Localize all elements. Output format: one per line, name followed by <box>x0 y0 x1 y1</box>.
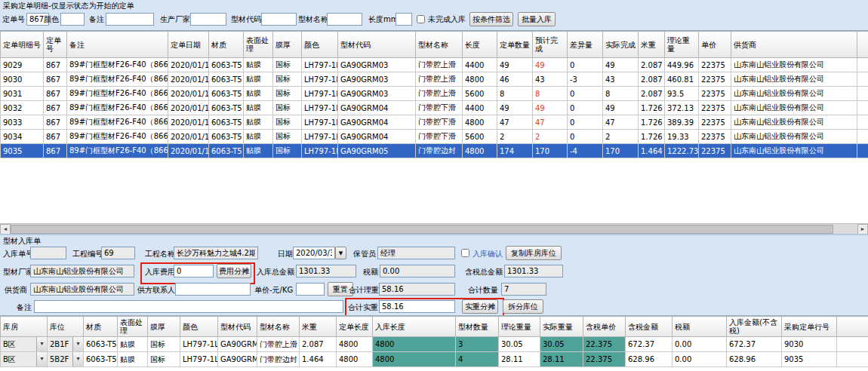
cell[interactable]: 9030 <box>782 337 837 352</box>
cell[interactable]: 贴膜 <box>244 87 273 101</box>
inbound-confirm-checkbox[interactable] <box>461 249 469 257</box>
column-header[interactable] <box>837 317 868 337</box>
batch-inbound-button[interactable]: 批量入库 <box>518 12 556 26</box>
cell[interactable]: 4800 <box>373 337 456 352</box>
column-header[interactable]: 定单长度 <box>337 317 373 337</box>
cell[interactable]: GA90GRM03 <box>338 87 416 101</box>
cell[interactable]: 49 <box>533 58 568 72</box>
cell[interactable]: 8 <box>497 87 533 101</box>
cell[interactable]: 山东南山铝业股份有限公司 <box>731 144 857 158</box>
cell[interactable]: LH797-1LL0 <box>302 115 338 130</box>
color-input[interactable] <box>60 13 85 26</box>
dropdown-arrow-icon[interactable]: ▾ <box>36 337 47 351</box>
cell[interactable]: 22.375 <box>583 352 626 367</box>
cell[interactable]: 6063-T5 <box>209 72 244 87</box>
cell[interactable]: 2 <box>603 130 639 144</box>
column-header[interactable]: 入库金额(不含税) <box>727 317 782 337</box>
cell[interactable]: LH797-1LL0 <box>180 352 218 367</box>
cell[interactable]: 0.00 <box>673 337 727 352</box>
cell[interactable]: 22.375 <box>583 337 626 352</box>
cell[interactable]: 贴膜 <box>244 144 273 158</box>
cell[interactable]: 贴膜 <box>244 130 273 144</box>
column-header[interactable]: 入库长度 <box>373 317 456 337</box>
column-header[interactable]: 实际重量 <box>540 317 583 337</box>
supplier-field[interactable] <box>30 283 134 296</box>
cell[interactable]: 0 <box>568 87 603 101</box>
cell[interactable]: 1.726 <box>639 115 665 130</box>
cell[interactable]: 国标 <box>273 87 302 101</box>
cell[interactable] <box>857 130 868 144</box>
cell[interactable]: 山东南山铝业股份有限公司 <box>731 130 857 144</box>
cell[interactable]: 9032 <box>1 101 44 115</box>
cell[interactable]: 28.11 <box>499 352 540 367</box>
cell[interactable]: 山东南山铝业股份有限公司 <box>731 72 857 87</box>
cell[interactable]: 6063-T5 <box>209 87 244 101</box>
table-row[interactable]: 903586789#门框型材F26-F40（866+867）2020/01/13… <box>1 144 868 158</box>
cell[interactable]: 0 <box>568 58 603 72</box>
cell[interactable]: 贴膜 <box>244 101 273 115</box>
cell[interactable]: 9035 <box>1 144 44 158</box>
cell[interactable]: 30.05 <box>540 337 583 352</box>
cell[interactable]: 6063-T5 <box>209 58 244 72</box>
cell[interactable]: 2.087 <box>639 58 665 72</box>
column-header[interactable]: 定单日期 <box>168 32 209 58</box>
cell[interactable]: 22375 <box>699 144 731 158</box>
cell[interactable]: LH797-1LL0 <box>302 87 338 101</box>
column-header[interactable]: 差异量 <box>568 32 603 58</box>
table-row[interactable]: 903186789#门框型材F26-F40（866+867）2020/01/13… <box>1 87 868 101</box>
tax-field[interactable] <box>380 265 455 277</box>
cell[interactable]: 9035 <box>782 352 837 367</box>
cell[interactable]: 8 <box>533 87 568 101</box>
cell[interactable]: 0 <box>568 101 603 115</box>
cell[interactable]: GA90GRM03 <box>338 58 416 72</box>
cell[interactable]: 4800 <box>373 352 456 367</box>
cell[interactable]: B区▾ <box>1 337 48 352</box>
cell[interactable]: 国标 <box>273 115 302 130</box>
total-theory-weight-field[interactable] <box>379 283 455 296</box>
cell[interactable]: 2020/01/13 <box>168 130 209 144</box>
cell[interactable]: 4800 <box>463 115 497 130</box>
table-row[interactable]: 903086789#门框型材F26-F40（866+867）2020/01/13… <box>1 72 868 87</box>
column-header[interactable]: 表面处理 <box>244 32 273 58</box>
cell[interactable]: 1222.73 <box>665 144 699 158</box>
cell[interactable]: 49 <box>533 101 568 115</box>
table-row[interactable]: B区▾2B1F▾6063-T5贴膜国标LH797-1LL0GA90GRM03门带… <box>1 337 868 352</box>
cell[interactable]: GA90GRM04 <box>338 115 416 130</box>
scroll-left-icon[interactable]: ◄ <box>0 224 11 235</box>
cell[interactable]: 国标 <box>273 72 302 87</box>
cell[interactable] <box>857 87 868 101</box>
cell[interactable]: 43 <box>603 72 639 87</box>
fee-share-button[interactable]: 费用分摊 <box>217 264 251 278</box>
cell[interactable]: 2 <box>497 130 533 144</box>
column-header[interactable]: 理论重量 <box>665 32 699 58</box>
cell[interactable]: 89#门框型材F26-F40（866+867） <box>67 58 168 72</box>
cell[interactable]: 门带腔上滑 <box>416 58 463 72</box>
keeper-field[interactable] <box>377 247 455 259</box>
cell[interactable]: 2020/01/13 <box>168 72 209 87</box>
cell[interactable]: 4800 <box>337 337 373 352</box>
column-header[interactable]: 型材代码 <box>338 32 416 58</box>
column-header[interactable]: 备注 <box>67 32 168 58</box>
cell[interactable]: 6063-T5 <box>84 352 118 367</box>
cell[interactable]: 3 <box>456 337 499 352</box>
cell[interactable]: 89#门框型材F26-F40（866+867） <box>67 87 168 101</box>
cell[interactable]: 门带腔上滑 <box>416 72 463 87</box>
cell[interactable]: 2.087 <box>300 337 337 352</box>
cell[interactable]: 867 <box>44 130 67 144</box>
cell[interactable]: -4 <box>568 144 603 158</box>
cell[interactable]: 贴膜 <box>244 72 273 87</box>
cell[interactable]: 门带腔上滑 <box>416 87 463 101</box>
cell[interactable] <box>857 72 868 87</box>
cell[interactable]: 170 <box>533 144 568 158</box>
unfinished-inbound-checkbox[interactable] <box>417 15 425 23</box>
scroll-right-icon[interactable]: ► <box>857 224 868 235</box>
cell[interactable]: 门带腔下滑 <box>416 115 463 130</box>
cell[interactable]: 4400 <box>463 58 497 72</box>
cell[interactable]: 170 <box>603 144 639 158</box>
project-name-field[interactable] <box>174 247 258 259</box>
cell[interactable] <box>857 115 868 130</box>
cell[interactable]: 93.5 <box>665 87 699 101</box>
filter-by-condition-button[interactable]: 按条件筛选 <box>469 12 513 26</box>
dropdown-arrow-icon[interactable]: ▾ <box>72 352 83 366</box>
cell[interactable]: 4800 <box>337 352 373 367</box>
